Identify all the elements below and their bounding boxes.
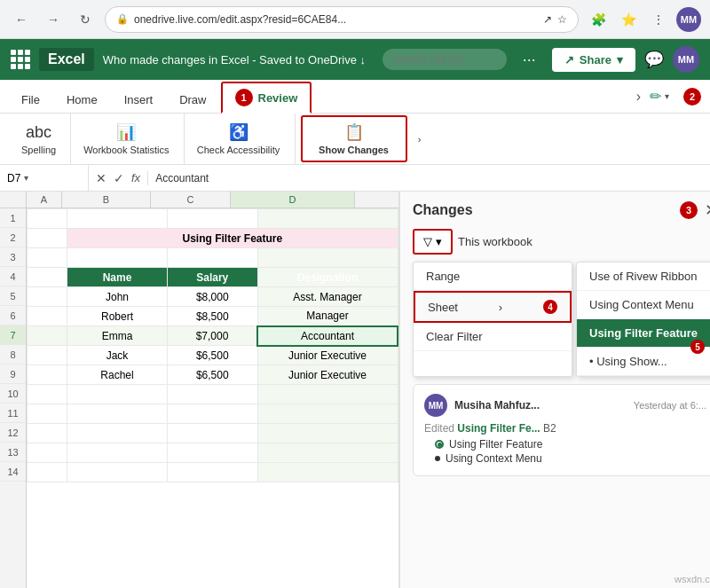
- submenu-filter-feature[interactable]: Using Filter Feature 5: [577, 319, 710, 348]
- proofing-group: abc Spelling: [9, 114, 68, 164]
- cell-d5[interactable]: Asst. Manager: [257, 287, 398, 307]
- show-changes-button[interactable]: 📋 Show Changes: [301, 115, 407, 162]
- check-accessibility-button[interactable]: ♿ Check Accessibility: [190, 119, 288, 159]
- cell-a5[interactable]: [28, 287, 67, 307]
- cell-c5[interactable]: $8,000: [167, 287, 257, 307]
- cell-a11[interactable]: [28, 404, 67, 424]
- user-avatar[interactable]: MM: [673, 46, 699, 73]
- cell-d13[interactable]: [257, 443, 398, 463]
- waffle-icon[interactable]: [11, 50, 30, 69]
- cell-b9[interactable]: Rachel: [67, 365, 168, 385]
- submenu-show-changes[interactable]: Using Show...: [577, 348, 710, 376]
- workbook-stats-button[interactable]: 📊 Workbook Statistics: [76, 119, 176, 159]
- more-options-btn[interactable]: ···: [516, 47, 543, 73]
- filter-clear-option[interactable]: Clear Filter: [414, 323, 572, 351]
- cell-c10[interactable]: [167, 385, 257, 404]
- cell-c11[interactable]: [167, 404, 257, 424]
- cell-b5[interactable]: John: [67, 287, 168, 307]
- cell-a10[interactable]: [28, 385, 67, 404]
- cell-b4[interactable]: Name: [67, 268, 168, 287]
- more-btn[interactable]: ⋮: [646, 7, 671, 32]
- cell-a2[interactable]: [28, 229, 67, 248]
- cell-a12[interactable]: [28, 424, 67, 443]
- cell-a1[interactable]: [28, 209, 67, 229]
- cell-d11[interactable]: [257, 404, 398, 424]
- tab-insert[interactable]: Insert: [112, 88, 166, 114]
- table-row: [28, 209, 398, 229]
- cell-c14[interactable]: [167, 463, 257, 482]
- filter-sheet-option[interactable]: Sheet › 4: [414, 291, 572, 323]
- forward-btn[interactable]: →: [41, 7, 66, 32]
- cell-b1[interactable]: [67, 209, 168, 229]
- cell-c3[interactable]: [167, 248, 257, 268]
- filter-range-option[interactable]: Range: [414, 263, 572, 291]
- star-btn[interactable]: ⭐: [616, 7, 641, 32]
- cell-b12[interactable]: [67, 424, 168, 443]
- refresh-btn[interactable]: ↻: [73, 7, 98, 32]
- changes-group: 📋 Show Changes ›: [295, 114, 434, 164]
- cell-c12[interactable]: [167, 424, 257, 443]
- cell-a8[interactable]: [28, 346, 67, 365]
- cell-a7[interactable]: [28, 326, 67, 346]
- extension-btn[interactable]: 🧩: [586, 7, 611, 32]
- submenu-review-ribbon[interactable]: Use of Rivew Ribbon: [577, 263, 710, 291]
- cell-d8[interactable]: Junior Executive: [257, 346, 398, 365]
- confirm-formula-btn[interactable]: ✓: [114, 171, 124, 185]
- cell-c9[interactable]: $6,500: [167, 365, 257, 385]
- cell-b11[interactable]: [67, 404, 168, 424]
- cell-b3[interactable]: [67, 248, 168, 268]
- change-detail: Edited Using Filter Fe... B2: [424, 422, 706, 435]
- cell-d12[interactable]: [257, 424, 398, 443]
- cell-d14[interactable]: [257, 463, 398, 482]
- filter-button[interactable]: ▽ ▾: [413, 229, 453, 255]
- share-icon: ↗: [564, 53, 574, 67]
- tab-review[interactable]: 1 Review: [221, 82, 312, 114]
- cancel-formula-btn[interactable]: ✕: [96, 171, 106, 185]
- cell-a13[interactable]: [28, 443, 67, 463]
- cell-a4[interactable]: [28, 268, 67, 287]
- cell-c7[interactable]: $7,000: [167, 326, 257, 346]
- cell-a14[interactable]: [28, 463, 67, 482]
- cell-b10[interactable]: [67, 385, 168, 404]
- formula-input[interactable]: Accountant: [148, 172, 710, 184]
- tab-file[interactable]: File: [9, 88, 52, 114]
- cell-d3[interactable]: [257, 248, 398, 268]
- cell-b6[interactable]: Robert: [67, 307, 168, 326]
- cell-title[interactable]: Using Filter Feature: [67, 229, 398, 248]
- cell-d1[interactable]: [257, 209, 398, 229]
- cell-d6[interactable]: Manager: [257, 307, 398, 326]
- cell-b14[interactable]: [67, 463, 168, 482]
- cell-a9[interactable]: [28, 365, 67, 385]
- close-panel-btn[interactable]: ✕: [705, 200, 710, 220]
- tab-home[interactable]: Home: [54, 88, 110, 114]
- cell-reference[interactable]: D7 ▾: [0, 165, 89, 191]
- search-input[interactable]: [383, 49, 507, 70]
- address-bar[interactable]: 🔒 onedrive.live.com/edit.aspx?resid=6CAE…: [105, 6, 579, 33]
- cell-d4[interactable]: Designation: [257, 268, 398, 287]
- cell-c8[interactable]: $6,500: [167, 346, 257, 365]
- cell-c6[interactable]: $8,500: [167, 307, 257, 326]
- cell-b13[interactable]: [67, 443, 168, 463]
- profile-btn[interactable]: MM: [676, 7, 701, 32]
- spelling-button[interactable]: abc Spelling: [14, 120, 63, 159]
- pencil-btn[interactable]: ✏ ▾: [643, 84, 676, 108]
- submenu-context-menu[interactable]: Using Context Menu: [577, 291, 710, 319]
- cell-d9[interactable]: Junior Executive: [257, 365, 398, 385]
- formula-bar: D7 ▾ ✕ ✓ fx Accountant: [0, 165, 710, 192]
- back-btn[interactable]: ←: [9, 7, 34, 32]
- cell-c1[interactable]: [167, 209, 257, 229]
- comments-btn[interactable]: 💬: [644, 50, 664, 69]
- cell-c13[interactable]: [167, 443, 257, 463]
- cell-d10[interactable]: [257, 385, 398, 404]
- change-file-link[interactable]: Using Filter Fe...: [457, 422, 540, 435]
- ribbon-more-btn[interactable]: ›: [411, 130, 429, 148]
- cell-d7[interactable]: Accountant: [257, 326, 398, 346]
- cell-b7[interactable]: Emma: [67, 326, 168, 346]
- share-button[interactable]: ↗ Share ▾: [552, 48, 635, 72]
- cell-c4[interactable]: Salary: [167, 268, 257, 287]
- cell-a3[interactable]: [28, 248, 67, 268]
- ribbon-expand-btn[interactable]: ›: [636, 89, 641, 105]
- cell-b8[interactable]: Jack: [67, 346, 168, 365]
- cell-a6[interactable]: [28, 307, 67, 326]
- tab-draw[interactable]: Draw: [167, 88, 218, 114]
